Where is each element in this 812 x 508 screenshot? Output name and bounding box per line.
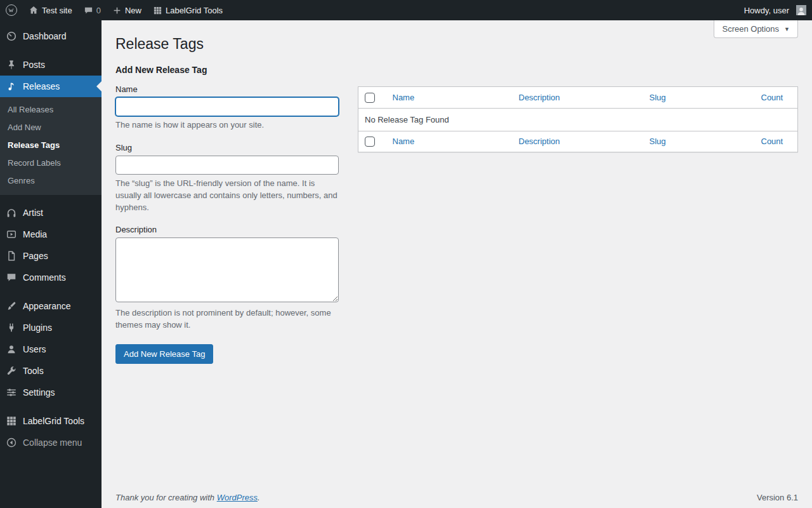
description-label: Description [115, 225, 339, 234]
sort-slug-footer[interactable]: Slug [650, 137, 666, 146]
sort-count-header[interactable]: Count [761, 93, 783, 102]
sidebar-item-dashboard[interactable]: Dashboard [0, 25, 102, 47]
sidebar-item-plugins[interactable]: Plugins [0, 317, 102, 338]
name-help-text: The name is how it appears on your site. [115, 119, 339, 131]
admin-bar-right: Howdy, user [738, 0, 812, 20]
page-icon [5, 250, 18, 262]
headphones-icon [5, 206, 18, 219]
screen-options-label: Screen Options [722, 24, 779, 34]
site-name-label: Test site [42, 6, 72, 15]
releases-submenu: All Releases Add New Release Tags Record… [0, 97, 102, 195]
home-icon [29, 5, 39, 15]
sidebar-label-labelgrid-tools: LabelGrid Tools [23, 416, 84, 426]
sidebar-item-pages[interactable]: Pages [0, 245, 102, 267]
sidebar-item-posts[interactable]: Posts [0, 54, 102, 76]
music-note-icon [5, 80, 18, 93]
sort-slug-header[interactable]: Slug [650, 93, 666, 102]
sidebar-item-tools[interactable]: Tools [0, 360, 102, 382]
select-all-checkbox-bottom[interactable] [365, 137, 375, 147]
sidebar-label-plugins: Plugins [23, 323, 52, 333]
submenu-genres[interactable]: Genres [0, 172, 102, 190]
site-name-button[interactable]: Test site [23, 0, 78, 20]
sort-description-header[interactable]: Description [519, 93, 560, 102]
table-footer-row: Name Description Slug Count [358, 131, 798, 152]
sort-count-footer[interactable]: Count [761, 137, 783, 146]
gauge-icon [5, 30, 18, 43]
sort-description-footer[interactable]: Description [519, 137, 560, 146]
name-input[interactable] [115, 97, 339, 116]
collapse-menu-button[interactable]: Collapse menu [0, 432, 102, 453]
footer-thanks-suffix: . [258, 493, 260, 502]
comments-admin-bar-button[interactable]: 0 [78, 0, 107, 20]
screen-options-button[interactable]: Screen Options ▼ [714, 20, 798, 38]
wrench-icon [5, 364, 18, 377]
wordpress-logo-icon [6, 4, 17, 16]
wordpress-menu-button[interactable] [0, 0, 23, 20]
slug-input[interactable] [115, 156, 339, 175]
main-content: Screen Options ▼ Release Tags Add New Re… [102, 20, 812, 508]
footer-thanks: Thank you for creating with WordPress. [115, 493, 260, 502]
slug-field-group: Slug The “slug” is the URL-friendly vers… [115, 143, 339, 214]
submenu-release-tags[interactable]: Release Tags [0, 137, 102, 154]
plus-icon [112, 6, 122, 15]
empty-table-row: No Release Tag Found [358, 108, 798, 131]
admin-bar-left: Test site 0 New LabelGrid Tools [0, 0, 228, 20]
sort-name-footer[interactable]: Name [393, 137, 415, 146]
collapse-menu-label: Collapse menu [23, 438, 82, 448]
speech-bubble-icon [5, 271, 18, 284]
select-all-checkbox-top[interactable] [365, 93, 375, 103]
new-label: New [125, 6, 141, 15]
paintbrush-icon [5, 300, 18, 312]
sidebar-label-comments: Comments [23, 272, 66, 283]
wordpress-link[interactable]: WordPress [217, 493, 258, 502]
sidebar-label-releases: Releases [23, 81, 60, 91]
pushpin-icon [5, 58, 18, 71]
two-column-layout: Add New Release Tag Name The name is how… [115, 65, 798, 364]
submenu-add-new[interactable]: Add New [0, 119, 102, 137]
add-new-release-tag-button[interactable]: Add New Release Tag [115, 344, 213, 364]
sidebar-item-media[interactable]: Media [0, 224, 102, 245]
comment-bubble-icon [84, 6, 93, 15]
submenu-all-releases[interactable]: All Releases [0, 101, 102, 119]
tags-table-container: Name Description Slug Count No Release T… [358, 86, 798, 364]
grid-icon [153, 6, 162, 15]
new-content-button[interactable]: New [107, 0, 147, 20]
footer-version: Version 6.1 [757, 493, 798, 502]
labelgrid-admin-bar-label: LabelGrid Tools [166, 6, 223, 15]
grid-icon [5, 415, 18, 427]
sidebar-item-labelgrid-tools[interactable]: LabelGrid Tools [0, 410, 102, 432]
description-textarea[interactable] [115, 237, 339, 302]
name-label: Name [115, 84, 339, 94]
form-heading: Add New Release Tag [115, 65, 339, 75]
sidebar-label-appearance: Appearance [23, 301, 71, 311]
sidebar-label-users: Users [23, 344, 46, 354]
slug-help-text: The “slug” is the URL-friendly version o… [115, 178, 339, 214]
submenu-record-labels[interactable]: Record Labels [0, 154, 102, 172]
sidebar-item-users[interactable]: Users [0, 338, 102, 360]
sidebar-item-settings[interactable]: Settings [0, 382, 102, 403]
media-play-icon [5, 228, 18, 241]
add-tag-form: Add New Release Tag Name The name is how… [115, 65, 339, 364]
sidebar-item-releases[interactable]: Releases [0, 76, 102, 97]
table-header-row: Name Description Slug Count [358, 87, 798, 109]
labelgrid-admin-bar-button[interactable]: LabelGrid Tools [147, 0, 228, 20]
sliders-icon [5, 386, 18, 399]
slug-label: Slug [115, 143, 339, 152]
sidebar-label-tools: Tools [23, 366, 44, 376]
sidebar-item-artist[interactable]: Artist [0, 202, 102, 224]
avatar [796, 5, 806, 15]
sidebar-label-posts: Posts [23, 60, 45, 70]
sort-name-header[interactable]: Name [393, 93, 415, 102]
sidebar-item-comments[interactable]: Comments [0, 267, 102, 288]
plug-icon [5, 321, 18, 334]
admin-footer: Thank you for creating with WordPress. V… [115, 493, 798, 502]
sidebar-item-appearance[interactable]: Appearance [0, 295, 102, 317]
sidebar-label-dashboard: Dashboard [23, 31, 67, 41]
comment-count: 0 [96, 6, 101, 15]
my-account-button[interactable]: Howdy, user [738, 0, 812, 20]
sidebar-label-artist: Artist [23, 208, 43, 218]
no-items-message: No Release Tag Found [358, 108, 798, 131]
tags-table: Name Description Slug Count No Release T… [358, 86, 798, 152]
name-field-group: Name The name is how it appears on your … [115, 84, 339, 131]
howdy-label: Howdy, user [744, 6, 789, 15]
